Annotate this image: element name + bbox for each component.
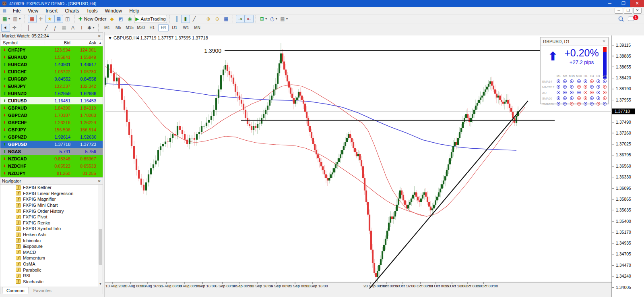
chart-shift-button[interactable]: ⇤	[245, 15, 254, 23]
column-symbol[interactable]: Symbol	[0, 40, 45, 45]
data-window-button[interactable]: ✛	[37, 15, 45, 23]
profiles-button[interactable]: ▥▼	[12, 15, 22, 23]
market-watch-row-eurgbp[interactable]: ⬆EURGBP0.845520.84558	[0, 75, 103, 83]
community-button[interactable]: ◉	[125, 15, 134, 23]
market-watch-row-chfjpy[interactable]: ⬇CHFJPY123.994124.001	[0, 46, 103, 54]
timeframe-m30[interactable]: M30	[136, 24, 146, 31]
line-chart-button[interactable]: ╱	[190, 15, 199, 23]
dropdown-caret-icon[interactable]: ▼	[8, 17, 10, 20]
scroll-up-icon[interactable]: ▲	[98, 41, 103, 45]
auto-scroll-button[interactable]: ⇥	[236, 15, 245, 23]
navigator-scroll-thumb[interactable]	[99, 229, 102, 265]
strategy-tester-button[interactable]: ◫	[63, 15, 72, 23]
label-tool[interactable]: T	[77, 24, 86, 32]
navigator-item-ichimoku[interactable]: ƒIchimoku	[0, 237, 103, 243]
child-close-button[interactable]: ✕	[633, 8, 642, 14]
tile-windows-button[interactable]: ▦	[222, 15, 231, 23]
menu-help[interactable]: Help	[126, 7, 143, 15]
navigator-item-fxpig-order-history[interactable]: ƒFXPIG Order History	[0, 208, 103, 214]
tab-common[interactable]: Common	[2, 287, 29, 294]
trendline-tool[interactable]: ╱	[42, 24, 51, 32]
market-watch-row-eurnzd[interactable]: ⬆EURNZD1.628591.62886	[0, 90, 103, 97]
dropdown-caret-icon[interactable]: ▼	[265, 17, 268, 20]
navigator-item-stochastic[interactable]: ƒStochastic	[0, 279, 103, 285]
navigator-item-fxpig-magnifier[interactable]: ƒFXPIG Magnifier	[0, 196, 103, 202]
market-watch-row-eurusd[interactable]: ⬆EURUSD1.164511.16453	[0, 97, 103, 104]
timeframe-h4[interactable]: H4	[158, 24, 169, 31]
navigator-item-rsi[interactable]: ƒRSI	[0, 273, 103, 279]
fibonacci-tool[interactable]: ƒ	[51, 24, 60, 32]
market-watch-row-gbpaud[interactable]: ⬇GBPAUD1.843001.84319	[0, 104, 103, 112]
chart-window[interactable]: 1.3900▼ GBPUSD,H4 1.37719 1.37757 1.3759…	[103, 32, 644, 297]
navigator-item-osma[interactable]: ƒOsMA	[0, 261, 103, 267]
candlestick-button[interactable]: ▮	[181, 15, 190, 23]
restore-button[interactable]: ❐	[617, 0, 630, 7]
menu-view[interactable]: View	[24, 7, 42, 15]
timeframe-m15[interactable]: M15	[124, 24, 135, 31]
shapes-tool[interactable]: ✱▼	[86, 24, 96, 32]
widget-close-icon[interactable]: ✕	[603, 39, 606, 44]
templates-button[interactable]: ▤▼	[279, 15, 289, 23]
menu-insert[interactable]: Insert	[42, 7, 61, 15]
market-watch-row-eurjpy[interactable]: ⬇EURJPY132.337132.342	[0, 83, 103, 90]
navigator-item-momentum[interactable]: ƒMomentum	[0, 255, 103, 261]
market-watch-row-nzdjpy[interactable]: ⬇NZDJPY81.25081.255	[0, 170, 103, 177]
market-watch-row-gbpjpy[interactable]: ⬇GBPJPY156.506156.514	[0, 126, 103, 133]
timeframe-mn[interactable]: MN	[192, 24, 202, 31]
market-watch-row-gbpchf[interactable]: ⬇GBPCHF1.262161.26224	[0, 119, 103, 126]
indicators-button[interactable]: ⊞▼	[259, 15, 269, 23]
menu-file[interactable]: File	[9, 7, 24, 15]
child-restore-button[interactable]: ❐	[624, 8, 632, 14]
cursor-tool[interactable]: ➤	[1, 24, 10, 32]
scroll-down-icon[interactable]: ▼	[98, 282, 103, 287]
autotrading-button[interactable]: ▶AutoTrading	[134, 15, 167, 23]
menu-window[interactable]: Window	[101, 7, 126, 15]
navigator-item-heiken-ashi[interactable]: ƒHeiken Ashi	[0, 232, 103, 238]
notifications-button[interactable]: 1	[628, 15, 638, 23]
dropdown-caret-icon[interactable]: ▼	[285, 17, 288, 20]
tab-favorites[interactable]: Favorites	[29, 287, 56, 294]
navigator-item-fxpig-linear-regression[interactable]: ƒFXPIG Linear Regression	[0, 191, 103, 197]
navigator-item-fxpig-renko[interactable]: ƒFXPIG Renko	[0, 220, 103, 226]
column-ask[interactable]: Ask	[73, 40, 98, 45]
minimize-button[interactable]: ─	[603, 0, 617, 7]
text-tool[interactable]: A	[68, 24, 77, 32]
market-watch-row-eurchf[interactable]: ⬇EURCHF1.067221.06730	[0, 68, 103, 75]
time-tick-label[interactable]: 1 Sep 16:00	[195, 284, 216, 288]
navigator-item-fxpig-pivot[interactable]: ƒFXPIG Pivot	[0, 214, 103, 220]
navigator-item-fxpig-mini-chart[interactable]: ƒFXPIG Mini Chart	[0, 202, 103, 208]
bar-chart-button[interactable]: ║	[172, 15, 181, 23]
navigator-item-fxpig-symbol-info[interactable]: ƒFXPIG Symbol Info	[0, 226, 103, 232]
navigator-close-icon[interactable]: ✕	[98, 179, 101, 183]
market-watch-row-euraud[interactable]: ⬇EURAUD1.558411.55849	[0, 54, 103, 61]
market-watch-row-gbpusd[interactable]: ⬆GBPUSD1.377181.37723	[0, 141, 103, 148]
dropdown-caret-icon[interactable]: ▼	[19, 17, 21, 20]
time-tick-label[interactable]: 5 Oct 16:00	[396, 284, 415, 288]
new-order-button[interactable]: ✚New Order	[77, 15, 108, 23]
dropdown-caret-icon[interactable]: ▼	[275, 17, 278, 20]
market-watch-button[interactable]: ▦	[28, 15, 37, 23]
experts-button[interactable]: ◩	[116, 15, 125, 23]
time-tick-label[interactable]: 25 Oct 00:00	[476, 284, 498, 288]
navigator-item-macd[interactable]: ƒMACD	[0, 249, 103, 255]
timeframe-h1[interactable]: H1	[147, 24, 157, 31]
horizontal-line-tool[interactable]: ─	[33, 24, 42, 32]
column-bid[interactable]: Bid	[45, 40, 73, 45]
market-watch-row-nzdcad[interactable]: ⬇NZDCAD0.883480.88367	[0, 155, 103, 162]
zoom-in-button[interactable]: ⊕	[204, 15, 213, 23]
market-watch-row-ngas[interactable]: ⬆NGAS5.7415.759	[0, 148, 103, 155]
navigator-item-parabolic[interactable]: ƒParabolic	[0, 267, 103, 273]
crosshair-tool[interactable]: ✛	[10, 24, 19, 32]
navigator-item-fxpig-keltner[interactable]: ƒFXPIG Keltner	[0, 185, 103, 191]
periods-button[interactable]: ◷▼	[269, 15, 279, 23]
grid-tool[interactable]: ▦	[60, 24, 68, 32]
vertical-line-tool[interactable]: │	[24, 24, 33, 32]
menu-charts[interactable]: Charts	[61, 7, 83, 15]
metaeditor-button[interactable]: ◆	[107, 15, 116, 23]
close-button[interactable]: ✕	[630, 0, 644, 7]
market-watch-row-gbpcad[interactable]: ⬇GBPCAD1.701871.70203	[0, 112, 103, 119]
timeframe-w1[interactable]: W1	[181, 24, 191, 31]
search-icon[interactable]	[617, 15, 625, 23]
menu-tools[interactable]: Tools	[83, 7, 101, 15]
time-tick-label[interactable]: 23 Sep 16:00	[305, 284, 328, 288]
